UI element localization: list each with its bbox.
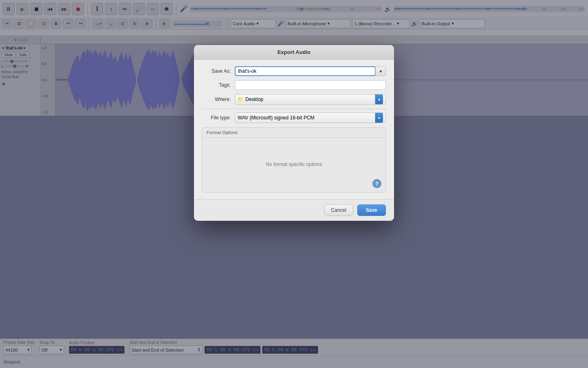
modal-title: Export Audio [194, 45, 394, 60]
where-dropdown-button[interactable]: ▾ [375, 94, 383, 104]
tags-input[interactable] [235, 80, 386, 90]
tags-row: Tags: [202, 80, 386, 90]
format-options-header: Format Options [203, 128, 385, 138]
chevron-down-icon-blue: ▾ [378, 97, 380, 102]
where-value: Desktop [245, 96, 263, 102]
save-as-dropdown-button[interactable]: ▾ [375, 66, 386, 76]
tags-label: Tags: [202, 82, 235, 88]
where-select[interactable]: 📁 Desktop ▾ [235, 94, 386, 105]
file-type-label: File type: [202, 115, 235, 121]
file-type-dropdown-button[interactable]: ▾ [375, 113, 383, 123]
save-as-input[interactable] [235, 66, 376, 76]
where-row: Where: 📁 Desktop ▾ [202, 94, 386, 105]
format-options-body: No format specific options [203, 138, 385, 191]
file-type-value: WAV (Microsoft) signed 16-bit PCM [238, 115, 314, 121]
modal-divider [202, 109, 386, 109]
chevron-down-icon-filetype: ▾ [378, 116, 380, 120]
modal-overlay: Export Audio Save As: ▾ Tags: Where: [0, 0, 588, 368]
file-type-row: File type: WAV (Microsoft) signed 16-bit… [202, 112, 386, 123]
modal-footer: Cancel Save [194, 199, 394, 221]
save-as-label: Save As: [202, 68, 235, 74]
modal-body: Save As: ▾ Tags: Where: 📁 Desktop [194, 60, 394, 199]
folder-icon: 📁 [238, 96, 244, 102]
save-button[interactable]: Save [357, 204, 386, 216]
chevron-down-icon: ▾ [380, 69, 382, 74]
format-options-section: Format Options No format specific option… [202, 127, 386, 193]
help-button[interactable]: ? [372, 179, 381, 188]
file-type-select[interactable]: WAV (Microsoft) signed 16-bit PCM ▾ [235, 112, 386, 123]
where-label: Where: [202, 96, 235, 102]
cancel-button[interactable]: Cancel [324, 204, 353, 216]
export-audio-dialog: Export Audio Save As: ▾ Tags: Where: [194, 45, 394, 221]
save-as-row: Save As: ▾ [202, 66, 386, 76]
